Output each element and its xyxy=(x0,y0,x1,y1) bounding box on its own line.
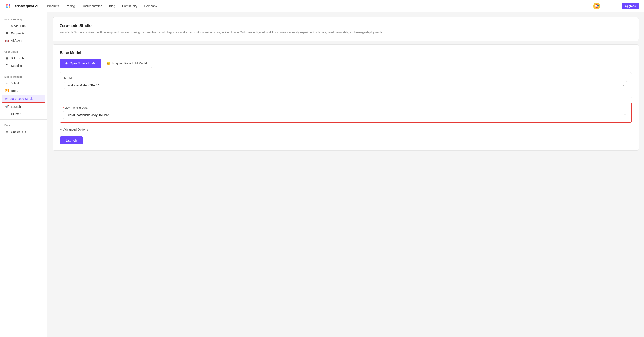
open-source-icon: ✦ xyxy=(65,61,68,66)
sidebar-section-data: Data xyxy=(0,121,47,128)
nav-pricing[interactable]: Pricing xyxy=(66,4,75,9)
endpoints-icon: 🖥 xyxy=(5,32,9,35)
sidebar-item-gpu-hub-label: GPU Hub xyxy=(11,57,24,60)
nav-links: Products Pricing Documentation Blog Comm… xyxy=(47,4,593,9)
svg-point-0 xyxy=(6,4,8,6)
sidebar-item-launch-label: Launch xyxy=(11,105,21,108)
advanced-options-row[interactable]: ▶ Advanced Options xyxy=(60,127,632,132)
sidebar-item-model-hub[interactable]: ⊞ Model Hub xyxy=(0,23,47,30)
sidebar-item-launch[interactable]: 🚀 Launch xyxy=(0,103,47,110)
job-hub-icon: ✳ xyxy=(5,82,9,85)
nav-documentation[interactable]: Documentation xyxy=(82,4,102,9)
sidebar-item-zero-code-studio[interactable]: ⊛ Zero-code Studio xyxy=(2,95,46,103)
advanced-options-label: Advanced Options xyxy=(63,128,88,131)
model-hub-icon: ⊞ xyxy=(5,24,9,28)
hero-title: Zero-code Studio xyxy=(60,24,632,28)
divider-2 xyxy=(0,71,47,71)
sidebar-item-zero-code-studio-label: Zero-code Studio xyxy=(10,97,34,100)
ai-agent-icon: 🤖 xyxy=(5,39,9,43)
divider-1 xyxy=(0,46,47,46)
contact-us-icon: ✉ xyxy=(5,130,9,134)
brand-name: TensorOpera AI xyxy=(13,4,38,8)
advanced-options-chevron-icon: ▶ xyxy=(60,128,62,131)
training-data-select[interactable]: FedML/databricks-dolly-15k-niid databric… xyxy=(63,111,628,119)
training-data-label: *LLM Training Data xyxy=(63,106,628,109)
base-model-card: Base Model ✦ Open Source LLMs 🤗 Hugging … xyxy=(52,44,639,151)
training-data-box: *LLM Training Data FedML/databricks-doll… xyxy=(60,103,632,123)
hugging-face-icon: 🤗 xyxy=(106,61,111,66)
sidebar-item-runs-label: Runs xyxy=(11,89,18,92)
model-field-label: Model xyxy=(64,77,627,80)
launch-button[interactable]: Launch xyxy=(60,136,83,144)
tab-hugging-face-label: Hugging Face LLM Model xyxy=(112,62,147,65)
sidebar-item-supplier[interactable]: 🗒 Supplier xyxy=(0,62,47,69)
avatar[interactable]: 🎯 xyxy=(593,3,600,10)
hero-description: Zero-Code Studio simplifies the AI devel… xyxy=(60,30,632,35)
svg-point-1 xyxy=(8,4,10,6)
model-field-group: Model mistralai/Mistral-7B-v0.1 meta-lla… xyxy=(64,77,627,89)
upgrade-button[interactable]: Upgrade xyxy=(622,3,639,9)
tab-open-source-llms[interactable]: ✦ Open Source LLMs xyxy=(60,59,101,68)
model-select-wrapper: mistralai/Mistral-7B-v0.1 meta-llama/Lla… xyxy=(64,81,627,89)
sidebar-item-model-hub-label: Model Hub xyxy=(11,24,26,28)
required-asterisk: * xyxy=(63,106,64,109)
sidebar: Model Serving ⊞ Model Hub 🖥 Endpoints 🤖 … xyxy=(0,12,48,337)
sidebar-item-contact-us-label: Contact Us xyxy=(11,130,26,134)
svg-point-3 xyxy=(8,7,10,8)
svg-point-2 xyxy=(6,7,8,8)
brand-logo[interactable]: TensorOpera AI xyxy=(5,3,38,9)
sidebar-section-model-serving: Model Serving xyxy=(0,16,47,23)
divider-3 xyxy=(0,119,47,120)
gpu-hub-icon: ⊟ xyxy=(5,57,9,60)
model-field-container: Model mistralai/Mistral-7B-v0.1 meta-lla… xyxy=(60,72,632,98)
launch-icon: 🚀 xyxy=(5,105,9,109)
tab-open-source-label: Open Source LLMs xyxy=(70,62,96,65)
nav-blog[interactable]: Blog xyxy=(109,4,115,9)
sidebar-item-endpoints-label: Endpoints xyxy=(11,32,24,35)
main-content: Zero-code Studio Zero-Code Studio simpli… xyxy=(48,12,644,337)
runs-icon: 🔁 xyxy=(5,89,9,93)
hero-card: Zero-code Studio Zero-Code Studio simpli… xyxy=(52,17,639,41)
sidebar-item-cluster[interactable]: ⊞ Cluster xyxy=(0,110,47,118)
base-model-tabs: ✦ Open Source LLMs 🤗 Hugging Face LLM Mo… xyxy=(60,59,632,68)
nav-community[interactable]: Community xyxy=(122,4,138,9)
sidebar-item-cluster-label: Cluster xyxy=(11,112,20,116)
sidebar-item-supplier-label: Supplier xyxy=(11,64,22,68)
model-select[interactable]: mistralai/Mistral-7B-v0.1 meta-llama/Lla… xyxy=(64,81,627,89)
sidebar-item-job-hub-label: Job Hub xyxy=(11,82,22,85)
sidebar-item-job-hub[interactable]: ✳ Job Hub xyxy=(0,80,47,87)
sidebar-item-runs[interactable]: 🔁 Runs xyxy=(0,87,47,94)
cluster-icon: ⊞ xyxy=(5,112,9,116)
app-layout: Model Serving ⊞ Model Hub 🖥 Endpoints 🤖 … xyxy=(0,0,644,337)
sidebar-item-gpu-hub[interactable]: ⊟ GPU Hub xyxy=(0,55,47,62)
sidebar-item-ai-agent[interactable]: 🤖 AI Agent xyxy=(0,37,47,44)
base-model-title: Base Model xyxy=(60,51,632,55)
sidebar-item-ai-agent-label: AI Agent xyxy=(11,39,22,42)
nav-products[interactable]: Products xyxy=(47,4,59,9)
zero-code-studio-icon: ⊛ xyxy=(4,97,8,101)
nav-right: 🎯 —————— Upgrade xyxy=(593,3,639,10)
sidebar-item-endpoints[interactable]: 🖥 Endpoints xyxy=(0,30,47,37)
sidebar-item-contact-us[interactable]: ✉ Contact Us xyxy=(0,128,47,136)
tab-hugging-face[interactable]: 🤗 Hugging Face LLM Model xyxy=(101,59,152,68)
sidebar-section-gpu-cloud: GPU Cloud xyxy=(0,48,47,55)
nav-company[interactable]: Company xyxy=(144,4,157,9)
training-data-select-wrapper: FedML/databricks-dolly-15k-niid databric… xyxy=(63,111,628,119)
top-navigation: TensorOpera AI Products Pricing Document… xyxy=(0,0,644,12)
user-name: —————— xyxy=(603,4,620,8)
sidebar-section-model-training: Model Training xyxy=(0,73,47,80)
supplier-icon: 🗒 xyxy=(5,64,9,68)
logo-icon xyxy=(5,3,11,9)
